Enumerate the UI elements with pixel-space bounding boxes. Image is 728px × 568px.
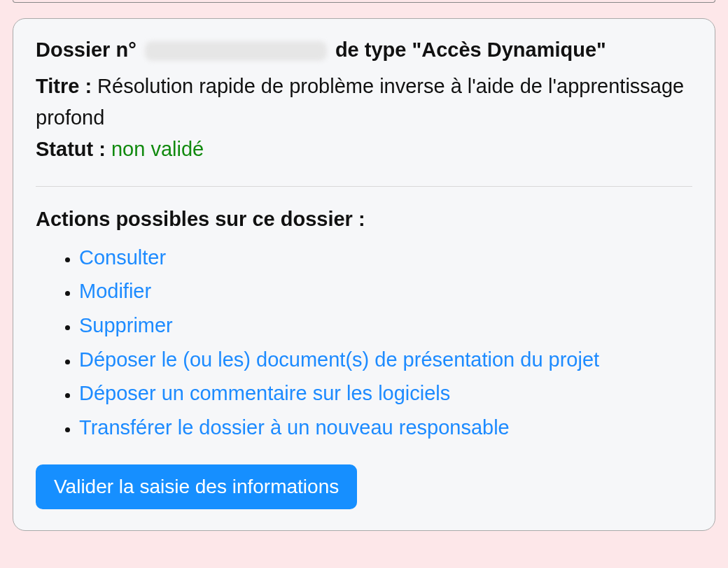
list-item: Modifier xyxy=(79,274,692,308)
dossier-card: Dossier n° de type "Accès Dynamique" Tit… xyxy=(13,18,715,531)
dossier-type-prefix: de type xyxy=(335,38,407,61)
actions-heading: Actions possibles sur ce dossier : xyxy=(36,208,692,231)
dossier-status-line: Statut : non validé xyxy=(36,138,692,161)
divider xyxy=(36,186,692,187)
dossier-number-label: Dossier n° xyxy=(36,38,136,61)
action-consulter[interactable]: Consulter xyxy=(79,246,166,269)
validate-button[interactable]: Valider la saisie des informations xyxy=(36,464,357,509)
dossier-title-value: Résolution rapide de problème inverse à … xyxy=(36,75,684,129)
dossier-type-value: "Accès Dynamique" xyxy=(412,38,606,61)
list-item: Déposer le (ou les) document(s) de prése… xyxy=(79,343,692,377)
action-deposer-commentaire[interactable]: Déposer un commentaire sur les logiciels xyxy=(79,382,450,404)
action-transferer[interactable]: Transférer le dossier à un nouveau respo… xyxy=(79,416,510,439)
dossier-header: Dossier n° de type "Accès Dynamique" xyxy=(36,37,692,64)
dossier-status-value: non validé xyxy=(111,138,204,160)
list-item: Consulter xyxy=(79,241,692,275)
previous-card-bottom-edge xyxy=(13,0,715,3)
dossier-status-label: Statut : xyxy=(36,138,106,160)
list-item: Transférer le dossier à un nouveau respo… xyxy=(79,411,692,445)
dossier-number-redacted xyxy=(145,41,327,61)
dossier-title-label: Titre : xyxy=(36,75,92,97)
action-deposer-documents[interactable]: Déposer le (ou les) document(s) de prése… xyxy=(79,348,599,371)
action-supprimer[interactable]: Supprimer xyxy=(79,314,173,336)
actions-list: Consulter Modifier Supprimer Déposer le … xyxy=(79,241,692,445)
dossier-title-line: Titre : Résolution rapide de problème in… xyxy=(36,71,692,134)
list-item: Supprimer xyxy=(79,308,692,343)
list-item: Déposer un commentaire sur les logiciels xyxy=(79,376,692,411)
action-modifier[interactable]: Modifier xyxy=(79,280,151,302)
